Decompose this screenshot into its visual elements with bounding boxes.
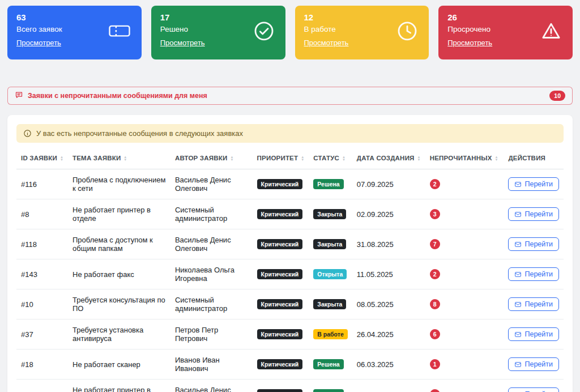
ticket-author-cell: Васильев Денис Олегович (170, 380, 253, 392)
ticket-author-cell: Васильев Денис Олегович (170, 229, 253, 259)
ticket-author-cell: Системный администратор (170, 199, 253, 229)
envelope-icon (514, 331, 522, 338)
priority-badge: Критический (257, 179, 303, 189)
table-row: #118 Проблема с доступом к общим папкам … (16, 229, 564, 259)
sort-icon: ▲▼ (301, 156, 304, 161)
ticket-author-cell: Васильев Денис Олегович (170, 169, 253, 199)
table-row: #18 Не работает сканер Иванов Иван Ивано… (16, 350, 564, 380)
ticket-subject-cell: Проблема с доступом к общим папкам (68, 229, 170, 259)
table-row: #143 Не работает факс Николаева Ольга Иг… (16, 259, 564, 289)
ticket-id-cell: #10 (16, 289, 68, 319)
col-header-author[interactable]: АВТОР ЗАЯВКИ▲▼ (170, 147, 253, 169)
go-to-ticket-button[interactable]: Перейти (508, 387, 559, 392)
stat-view-link[interactable]: Просмотреть (304, 39, 349, 47)
unread-count-pill: 10 (549, 91, 565, 101)
go-button-label: Перейти (524, 330, 553, 338)
col-header-actions: ДЕЙСТВИЯ (504, 147, 564, 169)
status-badge: Закрыта (313, 209, 346, 219)
ticket-icon (108, 19, 131, 42)
tickets-card: У вас есть непрочитанные сообщения в сле… (7, 115, 573, 392)
table-row: #8 Не работает принтер в отделе Системны… (16, 199, 564, 229)
go-to-ticket-button[interactable]: Перейти (508, 207, 559, 221)
dashboard-page: 63 Всего заявок Просмотреть 17 Решено Пр… (0, 0, 580, 392)
envelope-icon (514, 241, 522, 248)
stat-card-solved: 17 Решено Просмотреть (151, 6, 285, 59)
table-row: #37 Требуется установка антивируса Петро… (16, 319, 564, 350)
status-badge: Открыта (313, 269, 347, 279)
chat-icon (15, 91, 23, 101)
go-to-ticket-button[interactable]: Перейти (508, 237, 559, 251)
ticket-id-cell: #37 (16, 319, 68, 350)
stat-card-overdue: 26 Просрочено Просмотреть (438, 6, 573, 59)
status-badge: В работе (313, 329, 347, 339)
unread-count-badge: 2 (430, 179, 440, 189)
priority-badge: Критический (257, 329, 303, 339)
ticket-subject-cell: Требуется установка антивируса (68, 319, 170, 350)
go-to-ticket-button[interactable]: Перейти (508, 267, 559, 281)
ticket-author-cell: Петров Петр Петрович (170, 319, 253, 350)
ticket-date-cell: 02.09.2025 (352, 199, 425, 229)
ticket-subject-cell: Не работает принтер в отделе (68, 380, 170, 392)
unread-count-badge: 2 (430, 389, 440, 392)
stats-row: 63 Всего заявок Просмотреть 17 Решено Пр… (7, 6, 573, 59)
unread-count-badge: 6 (430, 329, 440, 339)
ticket-table-body: #116 Проблема с подключением к сети Васи… (16, 169, 564, 392)
go-to-ticket-button[interactable]: Перейти (508, 177, 559, 191)
stat-view-link[interactable]: Просмотреть (160, 39, 205, 47)
ticket-date-cell: 05.03.2025 (352, 380, 425, 392)
go-to-ticket-button[interactable]: Перейти (508, 327, 559, 341)
unread-count-badge: 8 (430, 299, 440, 309)
tickets-table: ID ЗАЯВКИ▲▼ ТЕМА ЗАЯВКИ▲▼ АВТОР ЗАЯВКИ▲▼… (16, 147, 564, 392)
sort-icon: ▲▼ (417, 156, 421, 161)
unread-count-badge: 3 (430, 209, 440, 219)
col-header-id[interactable]: ID ЗАЯВКИ▲▼ (16, 147, 68, 169)
col-header-unread[interactable]: НЕПРОЧИТАННЫХ▲▼ (425, 147, 504, 169)
sort-icon: ▲▼ (342, 156, 346, 161)
table-row: #116 Проблема с подключением к сети Васи… (16, 169, 564, 199)
col-header-status[interactable]: СТАТУС▲▼ (309, 147, 352, 169)
priority-badge: Критический (257, 389, 303, 392)
ticket-subject-cell: Не работает сканер (68, 350, 170, 380)
col-header-priority[interactable]: ПРИОРИТЕТ▲▼ (253, 147, 309, 169)
priority-badge: Критический (257, 269, 303, 279)
table-row: #128 Не работает принтер в отделе Василь… (16, 380, 564, 392)
envelope-icon (514, 301, 522, 308)
stat-card-total: 63 Всего заявок Просмотреть (7, 6, 142, 59)
ticket-date-cell: 07.09.2025 (352, 169, 425, 199)
ticket-subject-cell: Не работает принтер в отделе (68, 199, 170, 229)
go-to-ticket-button[interactable]: Перейти (508, 357, 559, 371)
sort-icon: ▲▼ (495, 156, 498, 161)
table-header-row: ID ЗАЯВКИ▲▼ ТЕМА ЗАЯВКИ▲▼ АВТОР ЗАЯВКИ▲▼… (16, 147, 564, 169)
priority-badge: Критический (257, 299, 303, 309)
col-header-subject[interactable]: ТЕМА ЗАЯВКИ▲▼ (68, 147, 170, 169)
ticket-id-cell: #118 (16, 229, 68, 259)
go-button-label: Перейти (524, 180, 553, 188)
stat-view-link[interactable]: Просмотреть (447, 39, 492, 47)
status-badge: Решена (313, 389, 343, 392)
sort-icon: ▲▼ (230, 156, 233, 161)
check-circle-icon (253, 19, 275, 42)
priority-badge: Критический (257, 209, 303, 219)
alert-text: У вас есть непрочитанные сообщения в сле… (36, 129, 243, 138)
go-button-label: Перейти (524, 240, 553, 248)
unread-panel-header[interactable]: Заявки с непрочитанными сообщениями для … (7, 87, 573, 105)
go-to-ticket-button[interactable]: Перейти (508, 297, 559, 311)
ticket-date-cell: 26.04.2025 (352, 319, 425, 350)
status-badge: Закрыта (313, 239, 346, 249)
ticket-date-cell: 06.03.2025 (352, 350, 425, 380)
ticket-subject-cell: Проблема с подключением к сети (68, 169, 170, 199)
col-header-date[interactable]: ДАТА СОЗДАНИЯ▲▼ (352, 147, 425, 169)
go-button-label: Перейти (524, 360, 553, 368)
table-row: #10 Требуется консультация по ПО Системн… (16, 289, 564, 319)
unread-count-badge: 7 (430, 239, 440, 249)
warning-triangle-icon (540, 19, 562, 42)
sort-icon: ▲▼ (60, 156, 63, 161)
unread-alert: У вас есть непрочитанные сообщения в сле… (16, 124, 564, 143)
ticket-id-cell: #116 (16, 169, 68, 199)
stat-view-link[interactable]: Просмотреть (16, 39, 61, 47)
ticket-id-cell: #128 (16, 380, 68, 392)
priority-badge: Критический (257, 359, 303, 369)
envelope-icon (514, 181, 522, 188)
priority-badge: Критический (257, 239, 303, 249)
stat-card-inwork: 12 В работе Просмотреть (295, 6, 429, 59)
